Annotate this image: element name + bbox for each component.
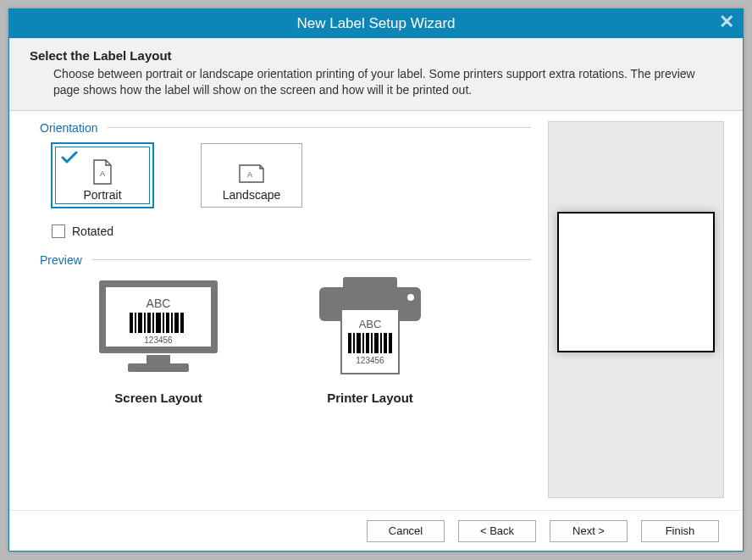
svg-rect-16 [174,313,179,333]
printer-layout-preview: ABC [311,275,429,405]
divider [108,127,531,128]
orientation-option-portrait[interactable]: A Portrait [52,143,153,208]
svg-rect-19 [343,277,397,292]
label-wizard-dialog: New Label Setup Wizard ✕ Select the Labe… [8,8,744,552]
divider [92,259,531,260]
svg-point-20 [407,294,414,301]
printer-layout-caption: Printer Layout [327,391,413,405]
svg-rect-6 [130,313,133,333]
svg-rect-17 [180,313,184,333]
svg-rect-30 [384,333,387,353]
back-button[interactable]: < Back [458,520,536,542]
screen-layout-preview: ABC [91,275,226,405]
svg-rect-22 [348,333,351,353]
sample-number: 123456 [144,335,173,345]
checkmark-icon [61,151,78,167]
svg-rect-15 [171,313,173,333]
svg-rect-4 [147,355,170,363]
sample-number: 123456 [356,356,384,365]
cancel-button[interactable]: Cancel [367,520,445,542]
svg-rect-29 [380,333,382,353]
rotated-label: Rotated [72,225,113,238]
footer: Cancel < Back Next > Finish [9,510,743,551]
svg-rect-10 [147,313,151,333]
svg-rect-23 [353,333,355,353]
svg-rect-11 [152,313,154,333]
svg-rect-7 [135,313,136,333]
svg-rect-26 [366,333,369,353]
svg-text:A: A [247,170,252,179]
svg-rect-27 [371,333,373,353]
monitor-icon: ABC [91,275,226,377]
orientation-option-landscape[interactable]: A Landscape [201,143,302,208]
svg-rect-8 [138,313,142,333]
header-region: Select the Label Layout Choose between p… [9,38,743,111]
svg-text:A: A [100,169,105,178]
page-preview-panel [548,121,724,498]
close-icon[interactable]: ✕ [719,13,734,31]
titlebar: New Label Setup Wizard ✕ [9,9,743,38]
landscape-label: Landscape [223,188,281,202]
svg-rect-24 [357,333,361,353]
portrait-label: Portrait [83,188,121,202]
window-title: New Label Setup Wizard [296,15,455,32]
portrait-page-icon: A [91,159,113,185]
next-button[interactable]: Next > [550,520,628,542]
sample-text: ABC [147,297,171,310]
paper-preview [557,212,715,352]
finish-button[interactable]: Finish [641,520,719,542]
svg-rect-9 [144,313,146,333]
svg-rect-31 [389,333,392,353]
svg-rect-12 [156,313,161,333]
orientation-legend: Orientation [40,121,97,135]
printer-icon: ABC [311,275,429,377]
preview-legend: Preview [40,253,82,267]
landscape-page-icon: A [237,163,266,185]
page-description: Choose between portrait or landscape ori… [53,66,722,98]
svg-rect-28 [374,333,379,353]
rotated-checkbox[interactable] [52,225,65,238]
page-heading: Select the Label Layout [30,48,722,63]
svg-rect-5 [128,363,189,372]
preview-group: Preview ABC [40,253,531,405]
svg-rect-25 [362,333,364,353]
svg-rect-13 [163,313,164,333]
sample-text: ABC [359,318,382,330]
orientation-group: Orientation A [40,121,531,238]
screen-layout-caption: Screen Layout [114,391,202,405]
svg-rect-14 [166,313,169,333]
